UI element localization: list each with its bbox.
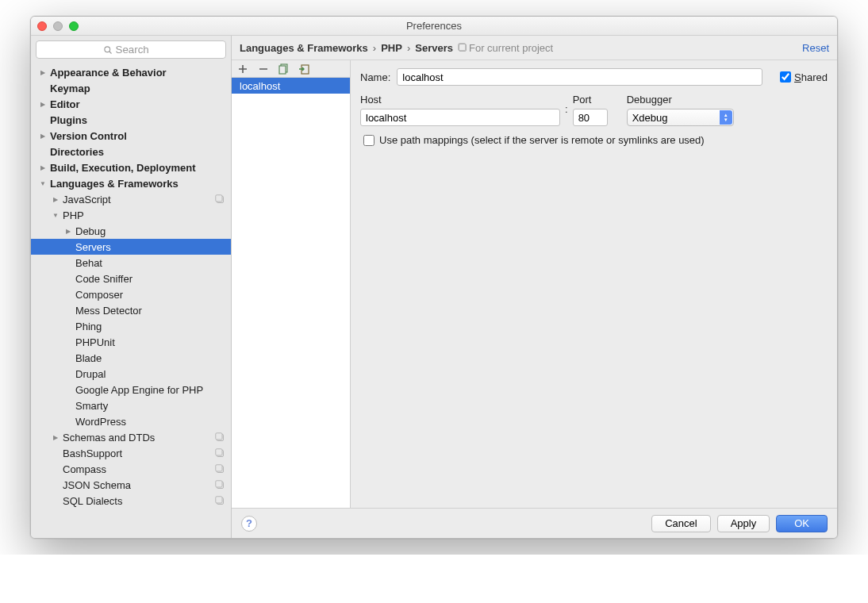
ok-button[interactable]: OK (776, 515, 828, 532)
debugger-col: Debugger Xdebug (627, 94, 734, 126)
sidebar-item-sql-dialects[interactable]: SQL Dialects (31, 493, 231, 509)
port-input[interactable] (573, 109, 608, 126)
window-minimize-button[interactable] (53, 21, 63, 31)
sidebar-item-wordpress[interactable]: WordPress (31, 413, 231, 429)
server-list-panel: localhost (232, 60, 351, 508)
server-list[interactable]: localhost (232, 78, 350, 508)
sidebar-item-label: Debug (75, 225, 106, 237)
sidebar-item-compass[interactable]: Compass (31, 461, 231, 477)
for-current-project-label: For current project (469, 42, 553, 54)
settings-tree[interactable]: Appearance & BehaviorKeymapEditorPlugins… (31, 63, 231, 538)
tree-expand-arrow-icon[interactable] (39, 100, 47, 109)
host-port-separator: : (565, 103, 568, 115)
tree-expand-arrow-icon[interactable] (39, 68, 47, 77)
sidebar-item-plugins[interactable]: Plugins (31, 112, 231, 128)
cancel-button[interactable]: Cancel (651, 515, 710, 532)
sidebar-item-smarty[interactable]: Smarty (31, 398, 231, 413)
sidebar-item-label: Smarty (75, 400, 108, 412)
sidebar-item-label: Drupal (75, 368, 106, 380)
sidebar-item-schemas-and-dtds[interactable]: Schemas and DTDs (31, 429, 231, 445)
sidebar-item-phpunit[interactable]: PHPUnit (31, 334, 231, 350)
sidebar-item-code-sniffer[interactable]: Code Sniffer (31, 271, 231, 286)
window-title: Preferences (31, 20, 837, 32)
sidebar-item-debug[interactable]: Debug (31, 223, 231, 239)
main-header: Languages & Frameworks › PHP › Servers F… (232, 36, 837, 56)
breadcrumb-part: Servers (415, 42, 453, 54)
svg-rect-13 (216, 497, 222, 503)
sidebar-item-composer[interactable]: Composer (31, 286, 231, 302)
tree-expand-arrow-icon[interactable] (39, 132, 47, 140)
breadcrumb-part: Languages & Frameworks (240, 42, 368, 54)
sidebar-item-keymap[interactable]: Keymap (31, 80, 231, 96)
search-input[interactable] (116, 44, 159, 56)
server-toolbar (232, 60, 350, 78)
sidebar-item-label: BashSupport (63, 447, 122, 459)
sidebar-item-phing[interactable]: Phing (31, 318, 231, 334)
path-mappings-row: Use path mappings (select if the server … (363, 134, 828, 146)
sidebar: Appearance & BehaviorKeymapEditorPlugins… (31, 36, 232, 538)
sidebar-item-editor[interactable]: Editor (31, 96, 231, 112)
sidebar-item-drupal[interactable]: Drupal (31, 366, 231, 382)
port-col: Port (573, 94, 608, 126)
help-button[interactable]: ? (241, 516, 257, 532)
server-list-item[interactable]: localhost (232, 78, 350, 94)
svg-point-0 (104, 46, 109, 52)
sidebar-item-bashsupport[interactable]: BashSupport (31, 445, 231, 461)
sidebar-item-servers[interactable]: Servers (31, 239, 231, 255)
sidebar-item-languages-frameworks[interactable]: Languages & Frameworks (31, 175, 231, 191)
sidebar-item-label: Compass (63, 463, 106, 475)
tree-expand-arrow-icon[interactable] (52, 211, 60, 220)
breadcrumb-part: PHP (381, 42, 402, 54)
debugger-label: Debugger (627, 94, 734, 106)
tree-expand-arrow-icon[interactable] (52, 433, 60, 442)
project-scope-icon (215, 432, 225, 442)
window-close-button[interactable] (37, 21, 47, 31)
debugger-select[interactable]: Xdebug (627, 109, 734, 126)
sidebar-item-php[interactable]: PHP (31, 207, 231, 223)
sidebar-item-javascript[interactable]: JavaScript (31, 191, 231, 207)
import-server-button[interactable] (298, 63, 311, 75)
breadcrumb: Languages & Frameworks › PHP › Servers F… (240, 42, 553, 54)
sidebar-item-label: Version Control (50, 130, 127, 142)
sidebar-item-google-app-engine-for-php[interactable]: Google App Engine for PHP (31, 382, 231, 398)
search-box[interactable] (36, 40, 226, 59)
project-scope-icon (215, 480, 225, 490)
sidebar-item-label: Composer (75, 289, 123, 301)
sidebar-item-build-execution-deployment[interactable]: Build, Execution, Deployment (31, 159, 231, 175)
server-list-item-label: localhost (240, 80, 280, 92)
copy-server-button[interactable] (278, 63, 290, 75)
sidebar-item-label: SQL Dialects (63, 495, 122, 507)
shared-checkbox[interactable] (780, 71, 791, 83)
port-label: Port (573, 94, 608, 106)
host-input[interactable] (360, 109, 560, 126)
reset-link[interactable]: Reset (802, 42, 829, 54)
debugger-select-wrap: Xdebug (627, 109, 734, 126)
apply-button[interactable]: Apply (717, 515, 770, 532)
sidebar-item-mess-detector[interactable]: Mess Detector (31, 302, 231, 318)
svg-rect-7 (216, 449, 222, 455)
sidebar-item-label: Directories (50, 146, 104, 158)
sidebar-item-version-control[interactable]: Version Control (31, 128, 231, 144)
add-server-button[interactable] (236, 63, 249, 75)
sidebar-item-appearance-behavior[interactable]: Appearance & Behavior (31, 64, 231, 80)
sidebar-item-json-schema[interactable]: JSON Schema (31, 477, 231, 493)
sidebar-item-directories[interactable]: Directories (31, 144, 231, 159)
name-input[interactable] (397, 68, 762, 86)
sidebar-item-behat[interactable]: Behat (31, 255, 231, 271)
footer: ? Cancel Apply OK (232, 508, 837, 538)
tree-expand-arrow-icon[interactable] (64, 227, 72, 236)
sidebar-item-label: Google App Engine for PHP (75, 384, 203, 396)
path-mappings-checkbox[interactable] (363, 135, 374, 146)
sidebar-item-label: Servers (75, 241, 111, 253)
project-scope-icon (215, 496, 225, 505)
tree-expand-arrow-icon[interactable] (39, 179, 47, 188)
tree-expand-arrow-icon[interactable] (39, 163, 47, 172)
sidebar-item-label: JSON Schema (63, 479, 131, 491)
tree-expand-arrow-icon[interactable] (52, 195, 60, 204)
sidebar-item-blade[interactable]: Blade (31, 350, 231, 366)
for-current-project-badge: For current project (458, 42, 553, 54)
window-zoom-button[interactable] (69, 21, 79, 31)
host-col: Host (360, 94, 560, 126)
remove-server-button[interactable] (257, 63, 270, 75)
host-port-debugger-row: Host : Port Debugger (360, 94, 828, 126)
